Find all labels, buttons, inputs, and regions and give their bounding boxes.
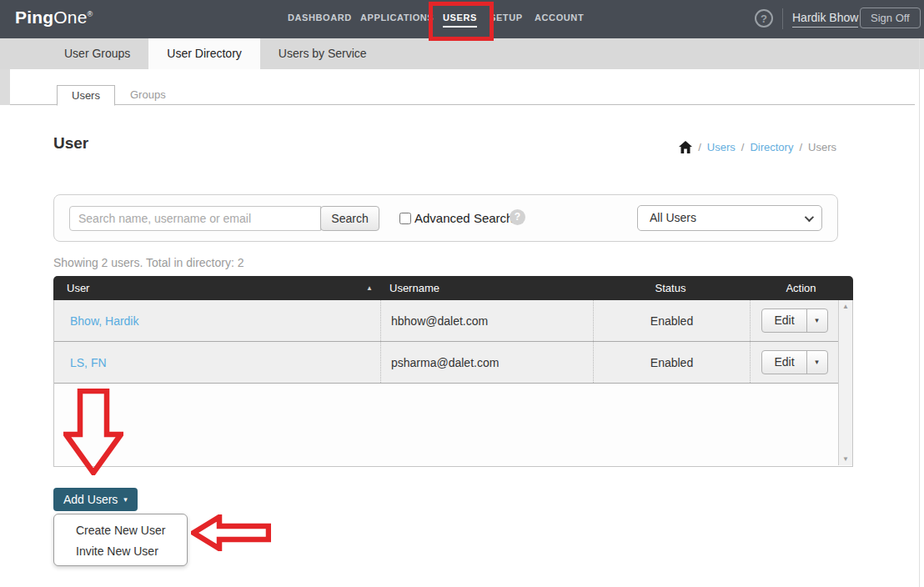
topbar-divider — [782, 8, 783, 29]
advanced-search-help-icon[interactable]: ? — [510, 209, 525, 225]
search-panel: Search Advanced Search ? All Users — [53, 194, 838, 242]
edit-button[interactable]: Edit — [762, 309, 806, 332]
advanced-search-label[interactable]: Advanced Search — [414, 211, 513, 225]
help-icon[interactable]: ? — [755, 9, 773, 28]
search-button[interactable]: Search — [320, 206, 379, 231]
column-header-username[interactable]: Username — [379, 282, 592, 294]
breadcrumb-separator: / — [698, 141, 701, 153]
cell-status: Enabled — [593, 300, 750, 341]
pingone-admin-page: PingOne® DASHBOARD APPLICATIONS USERS SE… — [0, 0, 924, 587]
home-icon[interactable] — [679, 141, 692, 153]
column-header-status[interactable]: Status — [592, 282, 749, 294]
add-users-button[interactable]: Add Users ▾ — [53, 488, 138, 511]
advanced-search-checkbox[interactable] — [399, 213, 411, 224]
logo-text-bold: Ping — [15, 8, 53, 27]
edit-split-button[interactable]: Edit ▾ — [761, 309, 827, 333]
breadcrumb-separator: / — [741, 141, 745, 153]
cell-username: psharma@dalet.com — [380, 342, 593, 383]
page-title: User — [53, 134, 88, 153]
edit-dropdown-caret-icon[interactable]: ▾ — [806, 309, 827, 332]
edit-split-button[interactable]: Edit ▾ — [761, 350, 827, 374]
column-header-action: Action — [749, 282, 853, 294]
secondary-navigation: User Groups User Directory Users by Serv… — [0, 38, 924, 69]
search-input[interactable] — [69, 206, 321, 231]
nav-applications[interactable]: APPLICATIONS — [360, 13, 434, 23]
nav-dashboard[interactable]: DASHBOARD — [288, 13, 352, 23]
table-row: Bhow, Hardik hbhow@dalet.com Enabled Edi… — [54, 300, 839, 342]
nav-setup[interactable]: SETUP — [490, 13, 523, 23]
column-header-user-label: User — [67, 282, 89, 294]
top-navigation-bar: PingOne® DASHBOARD APPLICATIONS USERS SE… — [0, 0, 924, 38]
cell-user: LS, FN — [54, 342, 380, 383]
user-filter-value: All Users — [650, 211, 696, 224]
add-users-dropdown-menu: Create New User Invite New User — [53, 514, 188, 566]
chevron-down-icon — [805, 213, 814, 222]
tab-user-directory[interactable]: User Directory — [148, 38, 259, 69]
tab-users-by-service[interactable]: Users by Service — [260, 38, 385, 69]
users-table-body: Bhow, Hardik hbhow@dalet.com Enabled Edi… — [53, 300, 853, 467]
annotation-arrow-left-icon — [191, 514, 271, 551]
scroll-down-icon[interactable]: ▼ — [839, 455, 852, 463]
edit-dropdown-caret-icon[interactable]: ▾ — [806, 351, 827, 374]
breadcrumb-current: Users — [808, 141, 836, 153]
user-name-link[interactable]: Bhow, Hardik — [70, 314, 138, 328]
pingone-logo[interactable]: PingOne® — [15, 8, 93, 28]
tab-user-groups[interactable]: User Groups — [46, 38, 148, 69]
cell-action: Edit ▾ — [750, 342, 839, 383]
cell-user: Bhow, Hardik — [54, 300, 380, 341]
breadcrumb-link-directory[interactable]: Directory — [750, 141, 793, 153]
nav-account[interactable]: ACCOUNT — [535, 13, 584, 23]
users-table-header: User ▲ Username Status Action — [53, 276, 853, 300]
sort-ascending-icon[interactable]: ▲ — [366, 284, 373, 292]
subtab-users[interactable]: Users — [57, 85, 115, 106]
user-filter-select[interactable]: All Users — [637, 205, 822, 231]
breadcrumb-link-users[interactable]: Users — [707, 141, 736, 153]
breadcrumb-separator: / — [799, 141, 802, 153]
breadcrumb: / Users / Directory / Users — [679, 141, 836, 153]
table-row: LS, FN psharma@dalet.com Enabled Edit ▾ — [54, 342, 839, 384]
edit-button[interactable]: Edit — [762, 351, 806, 374]
results-summary: Showing 2 users. Total in directory: 2 — [53, 256, 244, 269]
scroll-up-icon[interactable]: ▲ — [839, 303, 852, 310]
registered-mark: ® — [88, 10, 93, 18]
caret-down-icon: ▾ — [123, 495, 128, 504]
right-edge-line — [919, 38, 920, 587]
cell-action: Edit ▾ — [750, 300, 839, 341]
column-header-user[interactable]: User ▲ — [53, 282, 379, 294]
cell-username: hbhow@dalet.com — [380, 300, 593, 341]
users-groups-tabbar: Users Groups — [10, 85, 915, 105]
table-scrollbar[interactable]: ▲ ▼ — [838, 300, 852, 465]
logo-text-regular: One — [53, 8, 87, 27]
left-edge-strip — [0, 69, 10, 105]
account-user-link[interactable]: Hardik Bhow — [792, 11, 858, 28]
sign-off-button[interactable]: Sign Off — [860, 8, 921, 28]
cell-status: Enabled — [593, 342, 750, 383]
add-users-label: Add Users — [63, 493, 118, 506]
menu-item-invite-new-user[interactable]: Invite New User — [54, 541, 187, 562]
subtab-groups[interactable]: Groups — [116, 85, 180, 105]
menu-item-create-new-user[interactable]: Create New User — [54, 520, 187, 541]
nav-users[interactable]: USERS — [443, 13, 477, 28]
user-name-link[interactable]: LS, FN — [70, 356, 107, 369]
